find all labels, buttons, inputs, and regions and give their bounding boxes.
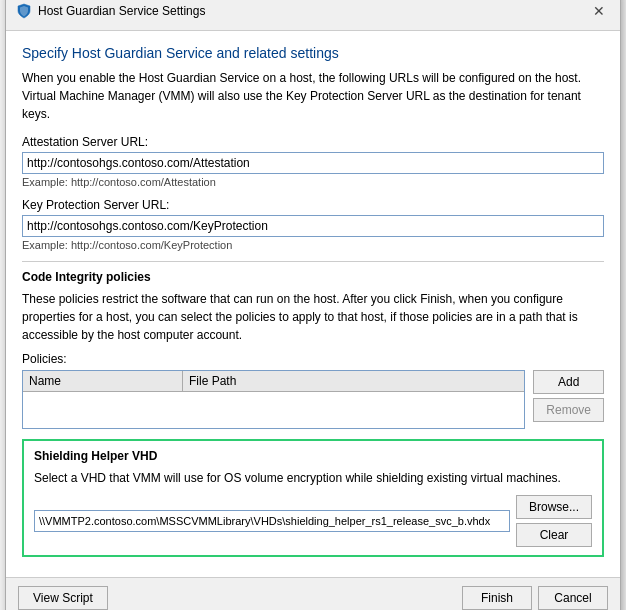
key-protection-label: Key Protection Server URL: <box>22 198 604 212</box>
title-bar: Host Guardian Service Settings ✕ <box>6 0 620 31</box>
policies-table-body <box>23 392 524 428</box>
close-button[interactable]: ✕ <box>588 0 610 22</box>
policies-label: Policies: <box>22 352 604 366</box>
policies-table-header: Name File Path <box>23 371 524 392</box>
clear-button[interactable]: Clear <box>516 523 592 547</box>
browse-button[interactable]: Browse... <box>516 495 592 519</box>
attestation-input[interactable] <box>22 152 604 174</box>
shielding-section: Shielding Helper VHD Select a VHD that V… <box>22 439 604 557</box>
policies-area: Name File Path Add Remove <box>22 370 604 429</box>
col-path-header: File Path <box>183 371 524 391</box>
shield-icon <box>16 3 32 19</box>
window-title: Host Guardian Service Settings <box>38 4 205 18</box>
dialog-heading: Specify Host Guardian Service and relate… <box>22 45 604 61</box>
remove-button[interactable]: Remove <box>533 398 604 422</box>
attestation-example: Example: http://contoso.com/Attestation <box>22 176 604 188</box>
dialog-footer: View Script Finish Cancel <box>6 577 620 610</box>
col-name-header: Name <box>23 371 183 391</box>
shielding-row: Browse... Clear <box>34 495 592 547</box>
finish-button[interactable]: Finish <box>462 586 532 610</box>
separator <box>22 261 604 262</box>
policies-buttons: Add Remove <box>533 370 604 429</box>
add-button[interactable]: Add <box>533 370 604 394</box>
attestation-label: Attestation Server URL: <box>22 135 604 149</box>
dialog-body: Specify Host Guardian Service and relate… <box>6 31 620 577</box>
footer-right-buttons: Finish Cancel <box>462 586 608 610</box>
key-protection-input[interactable] <box>22 215 604 237</box>
view-script-button[interactable]: View Script <box>18 586 108 610</box>
code-integrity-title: Code Integrity policies <box>22 270 604 284</box>
shielding-action-buttons: Browse... Clear <box>516 495 592 547</box>
cancel-button[interactable]: Cancel <box>538 586 608 610</box>
dialog-window: Host Guardian Service Settings ✕ Specify… <box>5 0 621 610</box>
shielding-vhd-input[interactable] <box>34 510 510 532</box>
code-integrity-description: These policies restrict the software tha… <box>22 290 604 344</box>
dialog-description: When you enable the Host Guardian Servic… <box>22 69 604 123</box>
shielding-title: Shielding Helper VHD <box>34 449 592 463</box>
key-protection-example: Example: http://contoso.com/KeyProtectio… <box>22 239 604 251</box>
shielding-description: Select a VHD that VMM will use for OS vo… <box>34 469 592 487</box>
policies-table: Name File Path <box>22 370 525 429</box>
